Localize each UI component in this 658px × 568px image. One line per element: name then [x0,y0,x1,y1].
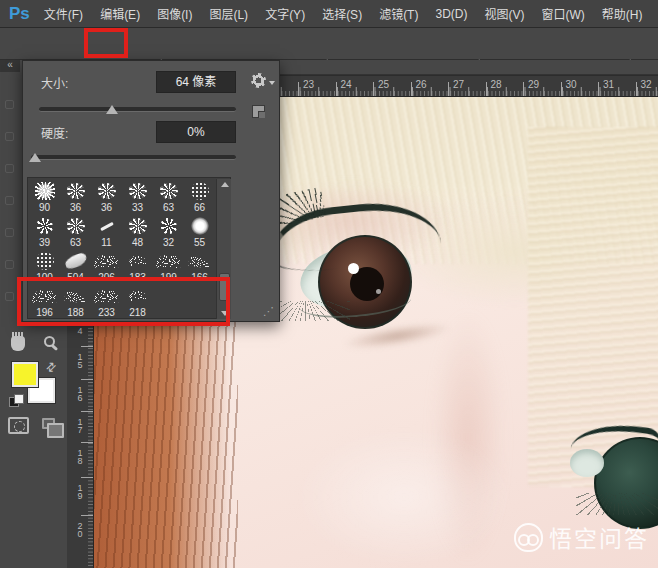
ruler-tick [336,82,337,96]
ruler-tick [486,82,487,96]
default-colors-icon[interactable] [9,394,25,408]
menu-item[interactable]: 文件(F) [44,5,83,22]
brush-thumbnail-icon [91,180,122,202]
ruler-tick [448,82,449,96]
size-slider[interactable] [39,107,236,112]
ruler-tick [523,82,524,96]
brush-preset-cell[interactable]: 32 [153,214,184,249]
brush-size-number: 32 [153,237,184,248]
ruler-number: 4 [75,326,85,334]
brush-preset-cell[interactable]: 63 [60,214,91,249]
ps-logo: Ps [0,4,38,24]
ruler-number: 15 [75,352,85,368]
photo-eye-highlight [376,289,381,294]
foreground-color-swatch[interactable] [12,362,38,387]
photo-lower-lashes [276,301,350,321]
ruler-number: 24 [341,79,352,90]
brush-preset-cell[interactable]: 36 [60,179,91,214]
zoom-tool-icon[interactable] [44,336,55,347]
brush-thumbnail-icon [91,215,122,237]
toolbox-partial-icon [5,292,14,301]
menu-item[interactable]: 视图(V) [484,5,524,22]
menu-item[interactable]: 选择(S) [322,5,362,22]
brush-preset-cell[interactable]: 39 [29,214,60,249]
ruler-number: 20 [75,521,85,537]
ruler-tick [561,82,562,96]
swap-colors-icon[interactable]: ⇄ [43,358,60,375]
collapse-panel-button[interactable]: « [0,60,20,72]
ruler-number: 26 [416,79,427,90]
toolbox-partial-icon [5,260,14,269]
brush-preset-cell[interactable]: 48 [122,214,153,249]
ruler-number: 17 [75,417,85,433]
ruler-number: 23 [303,79,314,90]
size-field[interactable]: 64 像素 [156,71,236,93]
menu-item[interactable]: 图层(L) [209,5,248,22]
brush-thumbnail-icon [184,180,215,202]
hardness-label: 硬度: [41,124,68,141]
highlight-box-lash-brushes [17,277,230,326]
watermark-text: 悟空问答 [549,520,649,554]
menu-item[interactable]: 3D(D) [435,7,467,21]
scroll-up-icon[interactable] [221,182,229,187]
brush-preset-cell[interactable]: 55 [184,214,215,249]
brush-preset-cell[interactable]: 36 [91,179,122,214]
brush-thumbnail-icon [29,215,60,237]
photo-right-eye [568,407,658,527]
brush-preset-cell[interactable]: 66 [184,179,215,214]
brush-size-number: 36 [91,202,122,213]
quick-mask-mode-button[interactable] [8,417,29,434]
ruler-tick [636,82,637,96]
toolbox-partial-icon [5,196,14,205]
brush-preset-cell[interactable]: 11 [91,214,122,249]
gear-icon[interactable] [251,73,266,88]
brush-thumbnail-icon [29,250,60,272]
watermark: 悟空问答 [514,519,654,555]
brush-size-number: 11 [91,237,122,248]
photoshop-window: Ps 文件(F)编辑(E)图像(I)图层(L)文字(Y)选择(S)滤镜(T)3D… [0,0,658,568]
brush-preset-cell[interactable]: 63 [153,179,184,214]
hardness-slider-thumb[interactable] [29,153,41,162]
panel-resize-grip[interactable]: ⋰ [263,305,274,318]
brush-size-number: 39 [29,237,60,248]
ruler-tick [81,442,93,443]
brush-thumbnail-icon [60,215,91,237]
menu-item[interactable]: 编辑(E) [100,5,140,22]
brush-preset-cell[interactable]: 90 [29,179,60,214]
size-slider-thumb[interactable] [106,105,118,114]
highlight-box-dropdown [84,28,128,58]
menu-item[interactable]: 帮助(H) [602,5,643,22]
ruler-number: 32 [641,79,652,90]
menu-item[interactable]: 窗口(W) [541,5,584,22]
brush-thumbnail-icon [153,250,184,272]
ruler-number: 27 [453,79,464,90]
ruler-number: 28 [491,79,502,90]
ruler-tick [598,82,599,96]
menu-item[interactable]: 图像(I) [157,5,192,22]
ruler-number: 29 [528,79,539,90]
menu-items: 文件(F)编辑(E)图像(I)图层(L)文字(Y)选择(S)滤镜(T)3D(D)… [38,5,643,22]
brush-thumbnail-icon [91,250,122,272]
brush-thumbnail-icon [60,180,91,202]
hand-tool-icon[interactable] [11,336,25,351]
ruler-tick [411,82,412,96]
ruler-tick [81,411,93,412]
hardness-field[interactable]: 0% [156,121,236,143]
menu-item[interactable]: 文字(Y) [265,5,305,22]
hardness-slider[interactable] [31,155,236,160]
brush-preset-cell[interactable]: 33 [122,179,153,214]
screen-mode-button[interactable] [42,418,55,429]
brush-thumbnail-icon [122,180,153,202]
menu-bar: Ps 文件(F)编辑(E)图像(I)图层(L)文字(Y)选择(S)滤镜(T)3D… [0,0,658,28]
new-brush-icon[interactable] [252,105,265,118]
brush-thumbnail-icon [153,180,184,202]
menu-item[interactable]: 滤镜(T) [379,5,418,22]
toolbox-partial-icon [5,132,14,141]
ruler-tick [81,379,93,380]
brush-size-number: 90 [29,202,60,213]
brush-size-number: 63 [60,237,91,248]
ruler-number: 25 [378,79,389,90]
toolbox-partial-icon [5,164,14,173]
photo-lower-lashes [576,493,658,515]
brush-thumbnail-icon [184,250,215,272]
